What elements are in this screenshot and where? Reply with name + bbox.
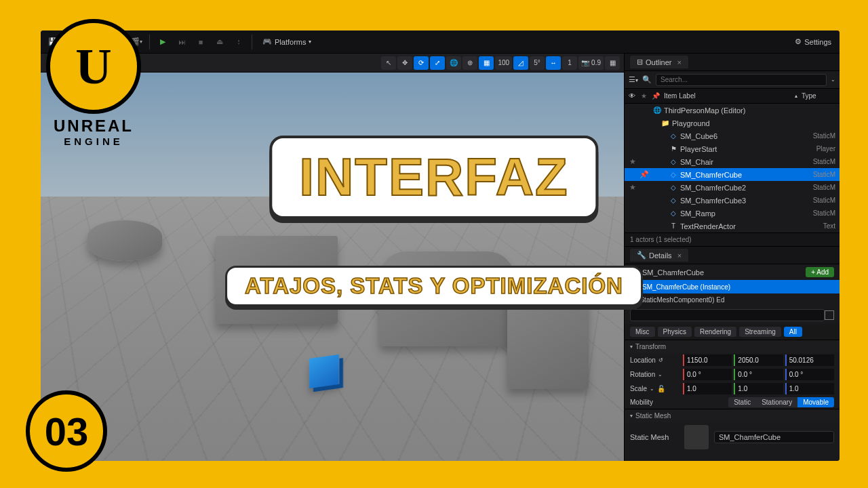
category-tab[interactable]: Streaming (739, 327, 781, 337)
main-toolbar: 💾 ▦▾ ⊕▾ ▤▾ 🎬▾ ▶ ⏭ ■ ⏏ ⋮ 🎮 Platforms ▾ ⚙ … (41, 30, 840, 54)
outliner-tabbar: ⊟ Outliner × (625, 54, 840, 71)
close-icon[interactable]: × (677, 251, 682, 260)
rotation-y[interactable]: 0.0 ° (734, 369, 783, 380)
category-tab[interactable]: Rendering (694, 327, 736, 337)
grid-snap-value[interactable]: 100 (495, 56, 512, 70)
mobility-toggle[interactable]: StaticStationaryMovable (728, 397, 834, 407)
mobility-option[interactable]: Static (728, 397, 756, 407)
pin-icon[interactable]: 📌 (652, 92, 660, 100)
mobility-row: Mobility StaticStationaryMovable (625, 396, 840, 409)
outliner-row[interactable]: ◇SM_ChamferCube3StaticM (625, 194, 840, 207)
location-x[interactable]: 1150.0 (683, 354, 732, 366)
location-y[interactable]: 2050.0 (734, 354, 783, 366)
unreal-editor: 💾 ▦▾ ⊕▾ ▤▾ 🎬▾ ▶ ⏭ ■ ⏏ ⋮ 🎮 Platforms ▾ ⚙ … (41, 30, 840, 461)
search-options[interactable]: ⌄ (831, 77, 835, 83)
cinematics-icon[interactable]: 🎬▾ (128, 34, 144, 50)
location-row: Location ↺ 1150.0 2050.0 50.0126 (625, 353, 840, 367)
viewport-column: ↖ ✥ ⟳ ⤢ 🌐 ⊕ ▦ 100 ◿ 5° ↔ 1 📷 0.9 ▦ (41, 54, 624, 461)
rotation-z[interactable]: 0.0 ° (785, 369, 834, 380)
location-z[interactable]: 50.0126 (785, 354, 834, 366)
world-local-toggle[interactable]: 🌐 (446, 56, 461, 70)
mobility-option[interactable]: Stationary (756, 397, 797, 407)
play-options[interactable]: ⋮ (231, 34, 247, 50)
scale-x[interactable]: 1.0 (683, 383, 732, 394)
scale-y[interactable]: 1.0 (734, 383, 783, 394)
filter-icon[interactable]: ☰▾ (629, 75, 638, 84)
outliner-row[interactable]: 📁Playground (625, 117, 840, 129)
stop-button[interactable]: ■ (193, 34, 209, 50)
scale-snap-toggle[interactable]: ↔ (546, 56, 561, 70)
category-tab[interactable]: Physics (658, 327, 692, 337)
grid-snap-toggle[interactable]: ▦ (479, 56, 494, 70)
mobility-option[interactable]: Movable (797, 397, 834, 407)
angle-snap-value[interactable]: 5° (530, 56, 545, 70)
close-icon[interactable]: × (677, 58, 682, 66)
reset-icon[interactable]: ↺ (658, 357, 663, 363)
eye-icon[interactable]: 👁 (629, 92, 635, 100)
outliner-row[interactable]: ★◇SM_ChamferCube2StaticM (625, 181, 840, 194)
rotate-tool[interactable]: ⟳ (414, 56, 429, 70)
outliner-columns: 👁 ★ 📌 Item Label ▴ Type (625, 89, 840, 104)
video-subtitle: ATAJOS, STATS Y OPTIMIZACIÓN (225, 266, 643, 306)
cube-icon: ◇ (669, 197, 677, 205)
play-button[interactable]: ▶ (155, 34, 171, 50)
details-actor-header: ◇ SM_ChamferCube + Add (625, 264, 840, 280)
star-column: ★ (639, 92, 648, 100)
outliner-row[interactable]: 📌◇SM_ChamferCubeStaticM (625, 168, 840, 181)
add-content-icon[interactable]: ⊕▾ (90, 34, 106, 50)
eject-button[interactable]: ⏏ (212, 34, 228, 50)
gear-icon: ⚙ (795, 37, 802, 46)
static-mesh-row: Static Mesh SM_ChamferCube (625, 422, 840, 452)
cube-icon: ◇ (669, 158, 677, 166)
flag-icon: ⚑ (669, 145, 677, 153)
details-search-input[interactable] (630, 309, 825, 321)
angle-snap-toggle[interactable]: ◿ (513, 56, 528, 70)
skip-button[interactable]: ⏭ (174, 34, 190, 50)
outliner-search-input[interactable] (656, 74, 827, 86)
select-tool[interactable]: ↖ (381, 56, 396, 70)
camera-speed[interactable]: 📷 0.9 (578, 56, 604, 70)
outliner-row[interactable]: TTextRenderActorText (625, 220, 840, 232)
selected-mesh-gizmo[interactable] (309, 354, 339, 388)
add-component-button[interactable]: + Add (806, 267, 834, 277)
rotation-x[interactable]: 0.0 ° (683, 369, 732, 380)
mesh-asset-selector[interactable]: SM_ChamferCube (714, 431, 834, 443)
outliner-searchbar: ☰▾ 🔍 ⌄ (625, 71, 840, 89)
outliner-row[interactable]: 🌐ThirdPersonMap (Editor) (625, 104, 840, 117)
lock-icon[interactable]: 🔓 (657, 385, 665, 392)
static-mesh-section: ▾Static Mesh Static Mesh SM_ChamferCube (625, 409, 840, 452)
outliner-row[interactable]: ◇SM_Cube6StaticM (625, 129, 840, 142)
platforms-dropdown[interactable]: 🎮 Platforms ▾ (257, 34, 317, 50)
translate-tool[interactable]: ✥ (397, 56, 412, 70)
folder-icon: 📁 (661, 119, 669, 127)
scale-z[interactable]: 1.0 (785, 383, 834, 394)
rotation-row: Rotation ⌄ 0.0 ° 0.0 ° 0.0 ° (625, 367, 840, 382)
category-tab[interactable]: All (784, 327, 802, 337)
scale-snap-value[interactable]: 1 (562, 56, 577, 70)
mesh-thumbnail[interactable] (684, 425, 709, 449)
component-row[interactable]: nt (StaticMeshComponent0) Ed (625, 293, 840, 306)
mode-dropdown[interactable]: ▦▾ (64, 34, 80, 50)
outliner-row[interactable]: ◇SM_RampStaticM (625, 207, 840, 220)
outliner-tab[interactable]: ⊟ Outliner × (630, 56, 688, 68)
section-header[interactable]: ▾Static Mesh (625, 409, 840, 422)
save-icon[interactable]: 💾 (45, 34, 61, 50)
category-tab[interactable]: Misc (630, 327, 655, 337)
marketplace-icon[interactable]: ▤▾ (109, 34, 125, 50)
video-title: INTERFAZ (269, 136, 598, 219)
search-icon: 🔍 (642, 75, 652, 84)
instance-row[interactable]: ◇ SM_ChamferCube (Instance) (625, 280, 840, 293)
viewport-layout[interactable]: ▦ (605, 56, 620, 70)
details-tabbar: 🔧 Details × (625, 247, 840, 264)
text-icon: T (669, 222, 677, 230)
settings-button[interactable]: ⚙ Settings (791, 37, 835, 46)
wrench-icon: 🔧 (637, 251, 646, 260)
scale-tool[interactable]: ⤢ (430, 56, 445, 70)
surface-snap[interactable]: ⊕ (462, 56, 477, 70)
section-header[interactable]: ▾Transform (625, 340, 840, 353)
outliner-row[interactable]: ★◇SM_ChairStaticM (625, 155, 840, 168)
outliner-row[interactable]: ⚑PlayerStartPlayer (625, 142, 840, 155)
property-matrix-icon[interactable] (825, 310, 834, 320)
cube-icon: ◇ (669, 171, 677, 179)
details-tab[interactable]: 🔧 Details × (630, 249, 688, 262)
